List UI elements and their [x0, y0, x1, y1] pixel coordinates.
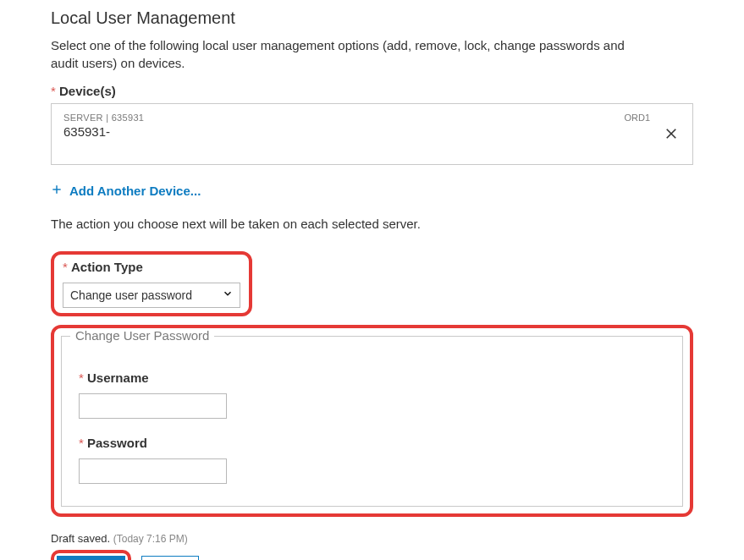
submit-highlight: Submit: [51, 550, 131, 560]
device-region: ORD1: [624, 113, 650, 123]
username-field[interactable]: [79, 393, 227, 419]
password-field[interactable]: [79, 458, 227, 484]
action-type-select[interactable]: Change user password: [63, 283, 240, 308]
action-type-highlight: Action Type Change user password: [51, 251, 252, 316]
add-device-label: Add Another Device...: [69, 184, 201, 198]
password-label: Password: [79, 436, 665, 450]
close-icon[interactable]: [664, 126, 679, 141]
action-note: The action you choose next will be taken…: [51, 217, 693, 231]
plus-icon: [51, 184, 63, 198]
username-label: Username: [79, 371, 665, 385]
change-password-fieldset: Change User Password Username Password: [61, 336, 683, 507]
page-title: Local User Management: [51, 8, 693, 28]
device-card: SERVER | 635931 635931- ORD1: [51, 103, 693, 165]
draft-saved-text: Draft saved. (Today 7:16 PM): [51, 532, 693, 545]
add-device-link[interactable]: Add Another Device...: [51, 184, 201, 198]
fieldset-legend: Change User Password: [70, 328, 214, 343]
back-button[interactable]: Back: [141, 556, 198, 560]
action-type-label: Action Type: [63, 260, 240, 274]
submit-button[interactable]: Submit: [57, 556, 125, 560]
device-name: 635931-: [63, 124, 681, 139]
device-meta: SERVER | 635931: [63, 113, 681, 123]
draft-time: (Today 7:16 PM): [113, 533, 188, 545]
change-password-highlight: Change User Password Username Password: [51, 325, 693, 517]
page-description: Select one of the following local user m…: [51, 36, 643, 72]
devices-label: Device(s): [51, 84, 693, 98]
button-bar: Submit Back: [51, 550, 693, 560]
